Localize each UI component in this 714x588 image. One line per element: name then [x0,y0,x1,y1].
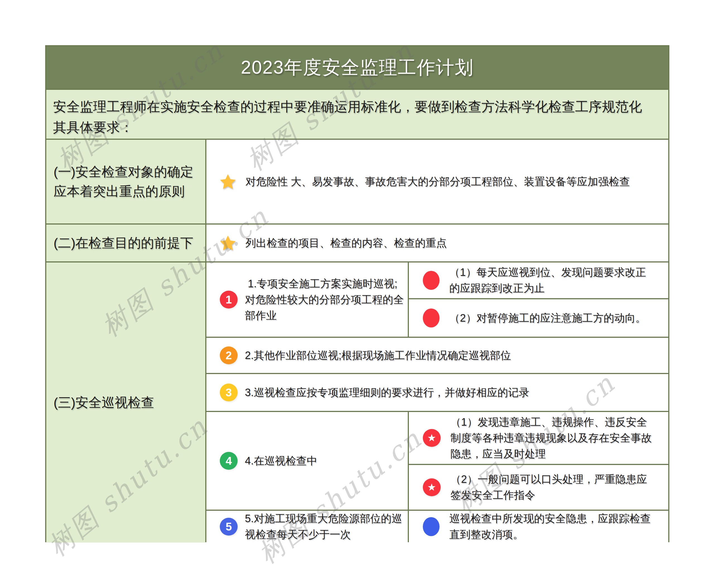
item-1-leaf-1-text: （1）每天应巡视到位、发现问题要求改正的应跟踪到改正为止 [449,265,652,296]
section-3-items: 1 1.专项安全施工方案实施时巡视;对危险性较大的分部分项工程的全部作业 （1）… [206,262,668,543]
item-5-row: 5 5.对施工现场重大危险源部位的巡视检查每天不少于一次 巡视检查中所发现的安全… [206,511,668,543]
intro-text: 安全监理工程师在实施安全检查的过程中要准确运用标准化，要做到检查方法科学化检查工… [53,99,642,135]
section-2-item-text: 列出检查的项目、检查的内容、检查的重点 [246,235,447,251]
plan-table: 2023年度安全监理工作计划 安全监理工程师在实施安全检查的过程中要准确运用标准… [45,45,669,542]
item-3-text: 3.巡视检查应按专项监理细则的要求进行，并做好相应的记录 [245,385,529,401]
section-2-heading: (二)在检查目的的前提下 [46,225,205,261]
section-1-heading: (一)安全检查对象的确定应本着突出重点的原则 [46,140,205,224]
item-5-leaf-1-text: 巡视检查中所发现的安全隐患，应跟踪检查直到整改消项。 [449,511,652,543]
badge-5-icon: 5 [220,518,238,536]
item-1-leaf-2-text: （2）对暂停施工的应注意施工方的动向。 [449,310,646,326]
intro-row: 安全监理工程师在实施安全检查的过程中要准确运用标准化，要做到检查方法科学化检查工… [46,90,668,139]
section-1-item-text: 对危险性 大、易发事故、事故危害大的分部分项工程部位、装置设备等应加强检查 [246,174,630,190]
item-4-leaves: ★ （1）发现违章施工、违规操作、违反安全制度等各种违章违规现象以及存在安全事故… [409,412,668,510]
star-glyph: ★ [427,480,436,495]
section-3-row: (三)安全巡视检查 1 1.专项安全施工方案实施时巡视;对危险性较大的分部分项工… [46,262,668,543]
red-dot-icon [423,271,440,290]
safety-supervision-plan-diagram: 2023年度安全监理工作计划 安全监理工程师在实施安全检查的过程中要准确运用标准… [0,0,714,588]
star-icon [219,173,236,190]
badge-2-icon: 2 [220,346,238,364]
item-5-text: 5.对施工现场重大危险源部位的巡视检查每天不少于一次 [245,511,405,543]
item-4-cell: 4 4.在巡视检查中 [206,412,408,510]
section-3-heading: (三)安全巡视检查 [46,262,205,543]
badge-4-icon: 4 [220,452,238,470]
item-1-leaf-2: （2）对暂停施工的应注意施工方的动向。 [409,299,668,337]
star-glyph: ★ [427,430,436,445]
item-4-text: 4.在巡视检查中 [245,453,317,469]
red-dot-icon [423,309,440,328]
section-1-item-cell: 对危险性 大、易发事故、事故危害大的分部分项工程部位、装置设备等应加强检查 [206,140,668,224]
blue-dot-icon [423,517,440,536]
item-3-row: 3 3.巡视检查应按专项监理细则的要求进行，并做好相应的记录 [206,374,668,411]
red-star-icon: ★ [423,478,441,496]
item-1-text: 1.专项安全施工方案实施时巡视;对危险性较大的分部分项工程的全部作业 [245,276,405,323]
item-2-text: 2.其他作业部位巡视;根据现场施工作业情况确定巡视部位 [245,348,511,363]
item-2-cell: 2 2.其他作业部位巡视;根据现场施工作业情况确定巡视部位 [206,338,668,373]
item-4-row: 4 4.在巡视检查中 ★ （1）发现违章施工、违规操作、违反安全制度等各种违章违… [206,412,668,510]
item-4-leaf-1: ★ （1）发现违章施工、违规操作、违反安全制度等各种违章违规现象以及存在安全事故… [409,412,668,464]
title-bar: 2023年度安全监理工作计划 [46,46,668,89]
star-icon [219,235,236,251]
item-5-leaf-1: 巡视检查中所发现的安全隐患，应跟踪检查直到整改消项。 [409,511,668,543]
item-2-row: 2 2.其他作业部位巡视;根据现场施工作业情况确定巡视部位 [206,338,668,373]
item-4-leaf-1-text: （1）发现违章施工、违规操作、违反安全制度等各种违章违规现象以及存在安全事故隐患… [450,414,653,462]
red-star-icon: ★ [423,429,441,447]
item-1-leaves: （1）每天应巡视到位、发现问题要求改正的应跟踪到改正为止 （2）对暂停施工的应注… [409,262,668,337]
section-2-row: (二)在检查目的的前提下 列出检查的项目、检查的内容、检查的重点 [46,225,668,261]
item-1-leaf-1: （1）每天应巡视到位、发现问题要求改正的应跟踪到改正为止 [409,262,668,298]
badge-3-icon: 3 [220,383,238,401]
item-4-leaf-2: ★ （2）一般问题可以口头处理，严重隐患应签发安全工作指令 [409,465,668,510]
item-3-cell: 3 3.巡视检查应按专项监理细则的要求进行，并做好相应的记录 [206,374,668,411]
section-2-item-cell: 列出检查的项目、检查的内容、检查的重点 [206,225,668,261]
item-5-cell: 5 5.对施工现场重大危险源部位的巡视检查每天不少于一次 [206,511,408,543]
page-title: 2023年度安全监理工作计划 [241,55,474,80]
item-1-cell: 1 1.专项安全施工方案实施时巡视;对危险性较大的分部分项工程的全部作业 [206,262,408,337]
section-1-row: (一)安全检查对象的确定应本着突出重点的原则 对危险性 大、易发事故、事故危害大… [46,140,668,224]
badge-1-icon: 1 [220,291,238,309]
item-5-leaves: 巡视检查中所发现的安全隐患，应跟踪检查直到整改消项。 [409,511,668,543]
item-1-row: 1 1.专项安全施工方案实施时巡视;对危险性较大的分部分项工程的全部作业 （1）… [206,262,668,337]
item-4-leaf-2-text: （2）一般问题可以口头处理，严重隐患应签发安全工作指令 [450,471,653,503]
